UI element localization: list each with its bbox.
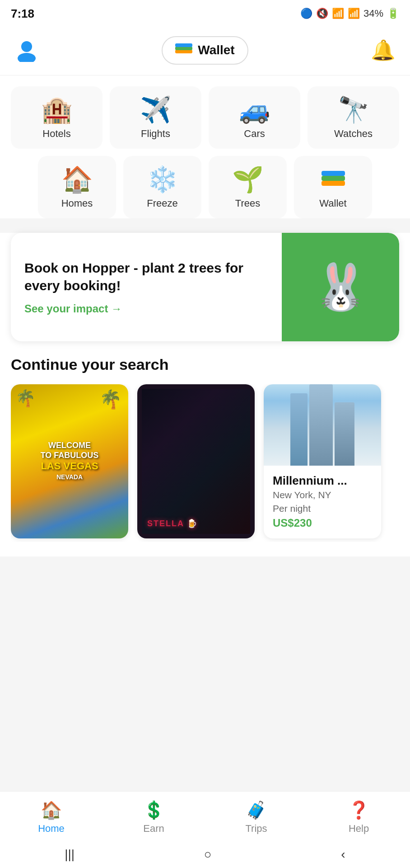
profile-icon [15, 38, 38, 62]
wallet-category-stack-icon [321, 170, 345, 188]
category-freeze[interactable]: ❄️ Freeze [123, 156, 201, 218]
category-hotels[interactable]: 🏨 Hotels [11, 86, 102, 149]
trips-nav-icon: 🧳 [246, 800, 267, 820]
card-image-millennium [264, 384, 381, 466]
promo-banner: Book on Hopper - plant 2 trees for every… [11, 233, 399, 341]
flights-label: Flights [141, 128, 170, 140]
profile-button[interactable] [11, 34, 42, 66]
promo-image-side: 🐰 [282, 233, 399, 341]
svg-point-1 [18, 53, 36, 62]
nav-trips[interactable]: 🧳 Trips [205, 800, 308, 835]
homes-label: Homes [61, 198, 93, 209]
search-card-millennium[interactable]: Millennium ... New York, NY Per night US… [264, 384, 381, 538]
home-nav-label: Home [38, 823, 65, 835]
category-trees[interactable]: 🌱 Trees [209, 156, 287, 218]
trees-icon: 🌱 [232, 167, 264, 192]
wallet-cat-label: Wallet [319, 198, 346, 209]
category-wallet[interactable]: Wallet [294, 156, 372, 218]
mute-icon: 🔇 [316, 8, 328, 19]
svg-point-0 [21, 41, 32, 52]
svg-rect-2 [175, 50, 192, 53]
category-grid-top: 🏨 Hotels ✈️ Flights 🚙 Cars 🔭 Watches [11, 86, 399, 149]
watches-icon: 🔭 [338, 97, 369, 123]
watches-label: Watches [334, 128, 373, 140]
trees-label: Trees [235, 198, 260, 209]
wallet-cat-icon [321, 167, 345, 192]
status-icons: 🔵 🔇 📶 📶 34% 🔋 [300, 8, 399, 19]
battery-indicator: 34% [363, 8, 383, 19]
home-button[interactable]: ○ [204, 847, 212, 862]
back-button[interactable]: ‹ [341, 847, 345, 862]
category-watches[interactable]: 🔭 Watches [308, 86, 399, 149]
freeze-icon: ❄️ [147, 167, 178, 192]
bell-icon: 🔔 [371, 38, 396, 62]
card-subtitle-millennium: New York, NY [273, 490, 372, 500]
promo-text-side: Book on Hopper - plant 2 trees for every… [11, 233, 282, 341]
nav-earn[interactable]: 💲 Earn [102, 800, 205, 835]
flights-icon: ✈️ [140, 97, 172, 123]
lasvegas-sign-text: WELCOMETO FABULOUSLAS VEGASNEVADA [41, 441, 99, 482]
card-image-westgate: STELLA 🍺 [137, 384, 255, 538]
hotels-label: Hotels [42, 128, 70, 140]
search-cards-list: WELCOMETO FABULOUSLAS VEGASNEVADA 🌴 🌴 La… [11, 384, 399, 542]
svg-rect-7 [321, 171, 345, 176]
wallet-emoji-icon [175, 42, 192, 58]
home-nav-icon: 🏠 [41, 800, 62, 820]
app-header: Wallet 🔔 [0, 27, 410, 75]
continue-search-title: Continue your search [11, 356, 399, 373]
cars-label: Cars [244, 128, 265, 140]
search-card-westgate[interactable]: STELLA 🍺 Westgate N... New York, NY Per … [137, 384, 255, 538]
card-detail-millennium: Per night [273, 503, 372, 514]
promo-section: Book on Hopper - plant 2 trees for every… [0, 233, 410, 356]
status-bar: 7:18 🔵 🔇 📶 📶 34% 🔋 [0, 0, 410, 27]
hopper-mascot-icon: 🐰 [312, 260, 369, 314]
card-title-millennium: Millennium ... [273, 474, 372, 488]
bottom-spacer [0, 557, 410, 638]
card-price-millennium: US$230 [273, 517, 372, 529]
system-navigation: ||| ○ ‹ [0, 841, 410, 868]
battery-icon: 🔋 [387, 8, 399, 19]
main-content: 🏨 Hotels ✈️ Flights 🚙 Cars 🔭 Watches 🏠 H… [0, 75, 410, 218]
category-flights[interactable]: ✈️ Flights [110, 86, 201, 149]
bottom-navigation: 🏠 Home 💲 Earn 🧳 Trips ❓ Help [0, 791, 410, 841]
recents-button[interactable]: ||| [65, 847, 75, 862]
category-homes[interactable]: 🏠 Homes [38, 156, 116, 218]
card-image-lasvegas: WELCOMETO FABULOUSLAS VEGASNEVADA 🌴 🌴 [11, 384, 128, 538]
homes-icon: 🏠 [61, 167, 93, 192]
category-cars[interactable]: 🚙 Cars [209, 86, 300, 149]
svg-rect-5 [321, 181, 345, 186]
nav-help[interactable]: ❓ Help [308, 800, 410, 835]
svg-rect-6 [321, 176, 345, 181]
nav-home[interactable]: 🏠 Home [0, 800, 102, 835]
wallet-stack-icon [175, 42, 192, 55]
notification-button[interactable]: 🔔 [368, 34, 399, 66]
continue-search-section: Continue your search WELCOMETO FABULOUSL… [0, 356, 410, 557]
status-time: 7:18 [11, 7, 34, 21]
wallet-button[interactable]: Wallet [162, 36, 248, 65]
promo-link[interactable]: See your impact → [24, 302, 268, 315]
signal-icon: 📶 [348, 8, 360, 19]
bluetooth-icon: 🔵 [300, 8, 312, 19]
category-grid-bottom: 🏠 Homes ❄️ Freeze 🌱 Trees Wallet [11, 156, 399, 218]
help-nav-label: Help [349, 823, 369, 835]
search-card-lasvegas[interactable]: WELCOMETO FABULOUSLAS VEGASNEVADA 🌴 🌴 La… [11, 384, 128, 538]
earn-nav-label: Earn [143, 823, 164, 835]
help-nav-icon: ❓ [348, 800, 369, 820]
earn-nav-icon: 💲 [143, 800, 164, 820]
trips-nav-label: Trips [245, 823, 267, 835]
freeze-label: Freeze [147, 198, 177, 209]
svg-rect-3 [175, 47, 192, 50]
card-body-millennium: Millennium ... New York, NY Per night US… [264, 466, 381, 538]
wifi-icon: 📶 [332, 8, 344, 19]
hotels-icon: 🏨 [41, 97, 73, 123]
promo-title: Book on Hopper - plant 2 trees for every… [24, 259, 268, 294]
cars-icon: 🚙 [239, 97, 270, 123]
svg-rect-4 [175, 43, 192, 47]
wallet-label: Wallet [198, 43, 234, 57]
